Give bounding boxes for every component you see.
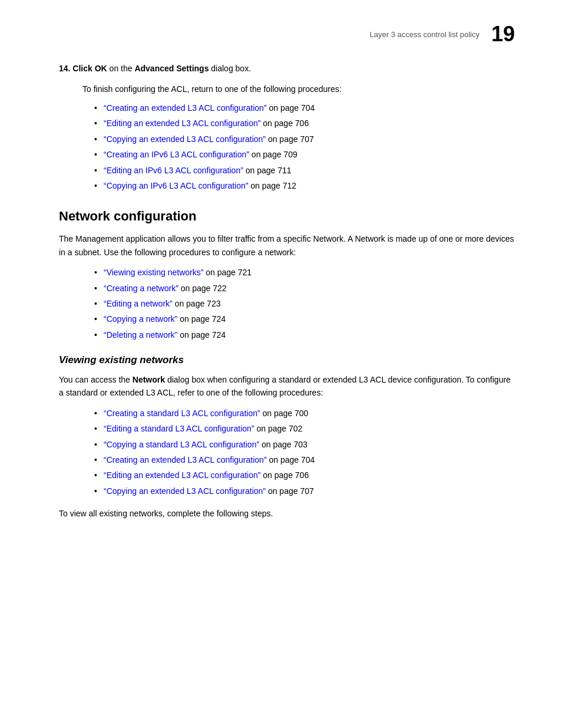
list-item: “Editing an extended L3 ACL configuratio… <box>94 117 515 130</box>
list-item: “Deleting a network” on page 724 <box>94 328 515 341</box>
list-item: “Creating a standard L3 ACL configuratio… <box>94 407 515 420</box>
network-config-body: The Management application allows you to… <box>59 232 515 259</box>
return-text: To finish configuring the ACL, return to… <box>82 83 515 95</box>
page: Layer 3 access control list policy 19 14… <box>0 0 562 563</box>
list-item: “Copying an extended L3 ACL configuratio… <box>94 485 515 498</box>
network-config-title: Network configuration <box>59 209 515 224</box>
viewing-body-before: You can access the <box>59 375 133 384</box>
link-viewing-networks[interactable]: “Viewing existing networks” <box>104 268 203 277</box>
viewing-networks-title: Viewing existing networks <box>59 354 515 366</box>
viewing-networks-links: “Creating a standard L3 ACL configuratio… <box>94 407 515 498</box>
list-item: “Copying an IPv6 L3 ACL configuration” o… <box>94 179 515 192</box>
link-copying-ipv6[interactable]: “Copying an IPv6 L3 ACL configuration” <box>104 181 248 190</box>
list-item: “Creating an extended L3 ACL configurati… <box>94 453 515 466</box>
list-item: “Creating a network” on page 722 <box>94 282 515 295</box>
link-editing-extended[interactable]: “Editing an extended L3 ACL configuratio… <box>104 118 260 128</box>
link-copying-standard[interactable]: “Copying a standard L3 ACL configuration… <box>104 440 259 449</box>
viewing-networks-body2: To view all existing networks, complete … <box>59 507 515 520</box>
step-14: 14. Click OK on the Advanced Settings di… <box>59 62 515 75</box>
list-item: “Viewing existing networks” on page 721 <box>94 266 515 279</box>
link-editing-ipv6[interactable]: “Editing an IPv6 L3 ACL configuration” <box>104 166 243 175</box>
list-item: “Copying an extended L3 ACL configuratio… <box>94 133 515 146</box>
page-number: 19 <box>491 24 515 45</box>
link-copying-extended[interactable]: “Copying an extended L3 ACL configuratio… <box>104 134 266 144</box>
network-keyword: Network <box>133 375 165 384</box>
link-creating-ipv6[interactable]: “Creating an IPv6 L3 ACL configuration” <box>104 150 249 159</box>
links-list-1: “Creating an extended L3 ACL configurati… <box>94 101 515 192</box>
link-copying-network[interactable]: “Copying a network” <box>104 314 177 324</box>
list-item: “Editing an extended L3 ACL configuratio… <box>94 469 515 482</box>
link-creating-extended-2[interactable]: “Creating an extended L3 ACL configurati… <box>104 455 267 465</box>
section-label: Layer 3 access control list policy <box>370 30 480 39</box>
link-copying-extended-2[interactable]: “Copying an extended L3 ACL configuratio… <box>104 486 266 496</box>
link-creating-network[interactable]: “Creating a network” <box>104 284 178 293</box>
page-header: Layer 3 access control list policy 19 <box>59 24 515 45</box>
list-item: “Copying a standard L3 ACL configuration… <box>94 438 515 451</box>
list-item: “Editing a network” on page 723 <box>94 297 515 310</box>
link-deleting-network[interactable]: “Deleting a network” <box>104 330 177 340</box>
viewing-networks-body1: You can access the Network dialog box wh… <box>59 373 515 400</box>
list-item: “Editing an IPv6 L3 ACL configuration” o… <box>94 164 515 177</box>
list-item: “Creating an IPv6 L3 ACL configuration” … <box>94 148 515 161</box>
link-editing-extended-2[interactable]: “Editing an extended L3 ACL configuratio… <box>104 470 260 480</box>
link-creating-standard[interactable]: “Creating a standard L3 ACL configuratio… <box>104 409 260 418</box>
link-editing-standard[interactable]: “Editing a standard L3 ACL configuration… <box>104 424 254 433</box>
link-editing-network[interactable]: “Editing a network” <box>104 299 173 308</box>
list-item: “Editing a standard L3 ACL configuration… <box>94 422 515 435</box>
link-creating-extended[interactable]: “Creating an extended L3 ACL configurati… <box>104 103 267 113</box>
ok-label: OK <box>95 64 107 73</box>
step-number: 14. Click <box>59 64 95 73</box>
step-text-end: dialog box. <box>209 64 251 73</box>
list-item: “Creating an extended L3 ACL configurati… <box>94 101 515 114</box>
dialog-label: Advanced Settings <box>134 64 209 73</box>
list-item: “Copying a network” on page 724 <box>94 312 515 325</box>
step-text-after: on the <box>107 64 135 73</box>
network-config-links: “Viewing existing networks” on page 721 … <box>94 266 515 341</box>
